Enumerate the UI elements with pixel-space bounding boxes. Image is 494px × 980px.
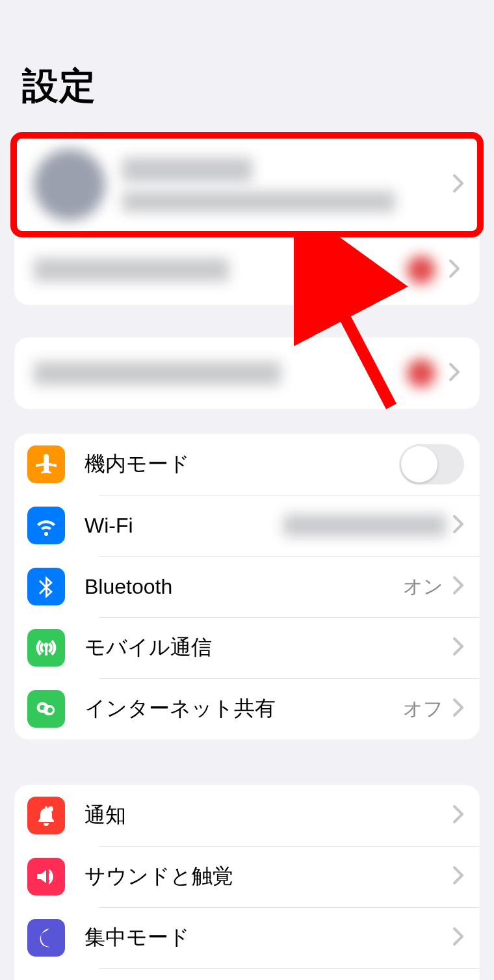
connectivity-group: 機内モード Wi-Fi Bluetooth オン モバイル通信 インターネット共… bbox=[14, 434, 480, 739]
chevron-right-icon bbox=[452, 866, 464, 888]
moon-icon bbox=[27, 919, 65, 957]
apple-id-row[interactable] bbox=[14, 136, 480, 233]
sounds-row[interactable]: サウンドと触覚 bbox=[14, 846, 480, 907]
airplane-icon bbox=[27, 445, 65, 483]
airplane-mode-row[interactable]: 機内モード bbox=[14, 434, 480, 495]
chevron-right-icon bbox=[448, 362, 460, 384]
chevron-right-icon bbox=[452, 576, 464, 598]
hotspot-icon bbox=[27, 690, 65, 728]
profile-name-redacted bbox=[122, 157, 252, 182]
page-title: 設定 bbox=[0, 0, 494, 111]
suggestion-text-redacted bbox=[34, 362, 281, 385]
profile-text bbox=[122, 157, 452, 212]
notifications-row[interactable]: 通知 bbox=[14, 785, 480, 846]
hotspot-value: オフ bbox=[403, 696, 443, 722]
bell-icon bbox=[27, 797, 65, 834]
avatar bbox=[34, 149, 105, 220]
notification-badge-redacted bbox=[407, 256, 436, 284]
system-group: 通知 サウンドと触覚 集中モード スクリーンタイム bbox=[14, 785, 480, 980]
suggestion-row[interactable] bbox=[14, 338, 480, 409]
chevron-right-icon bbox=[452, 927, 464, 949]
sub-row-text-redacted bbox=[34, 258, 229, 282]
wifi-row[interactable]: Wi-Fi bbox=[14, 495, 480, 556]
profile-subtitle-redacted bbox=[122, 191, 395, 212]
bluetooth-icon bbox=[27, 568, 65, 605]
bluetooth-label: Bluetooth bbox=[84, 575, 403, 599]
cellular-row[interactable]: モバイル通信 bbox=[14, 617, 480, 678]
airplane-mode-toggle[interactable] bbox=[399, 444, 464, 484]
suggestion-group bbox=[14, 338, 480, 409]
notification-badge-redacted bbox=[407, 359, 436, 388]
wifi-value-redacted bbox=[283, 514, 446, 536]
focus-label: 集中モード bbox=[84, 923, 452, 952]
speaker-icon bbox=[27, 858, 65, 895]
chevron-right-icon bbox=[452, 174, 464, 196]
apple-id-sub-row[interactable] bbox=[14, 233, 480, 305]
chevron-right-icon bbox=[452, 698, 464, 720]
screentime-row[interactable]: スクリーンタイム bbox=[14, 968, 480, 980]
bluetooth-value: オン bbox=[403, 574, 443, 600]
bluetooth-row[interactable]: Bluetooth オン bbox=[14, 556, 480, 617]
cellular-label: モバイル通信 bbox=[84, 633, 452, 662]
focus-row[interactable]: 集中モード bbox=[14, 907, 480, 968]
notifications-label: 通知 bbox=[84, 801, 452, 830]
hotspot-label: インターネット共有 bbox=[84, 695, 403, 723]
wifi-label: Wi-Fi bbox=[84, 514, 283, 538]
airplane-mode-label: 機内モード bbox=[84, 450, 399, 479]
chevron-right-icon bbox=[452, 637, 464, 659]
sounds-label: サウンドと触覚 bbox=[84, 862, 452, 891]
chevron-right-icon bbox=[448, 259, 460, 281]
hotspot-row[interactable]: インターネット共有 オフ bbox=[14, 678, 480, 739]
svg-point-2 bbox=[48, 806, 53, 812]
apple-id-group bbox=[14, 136, 480, 305]
cellular-icon bbox=[27, 629, 65, 667]
wifi-icon bbox=[27, 507, 65, 544]
chevron-right-icon bbox=[452, 804, 464, 827]
chevron-right-icon bbox=[452, 514, 464, 536]
